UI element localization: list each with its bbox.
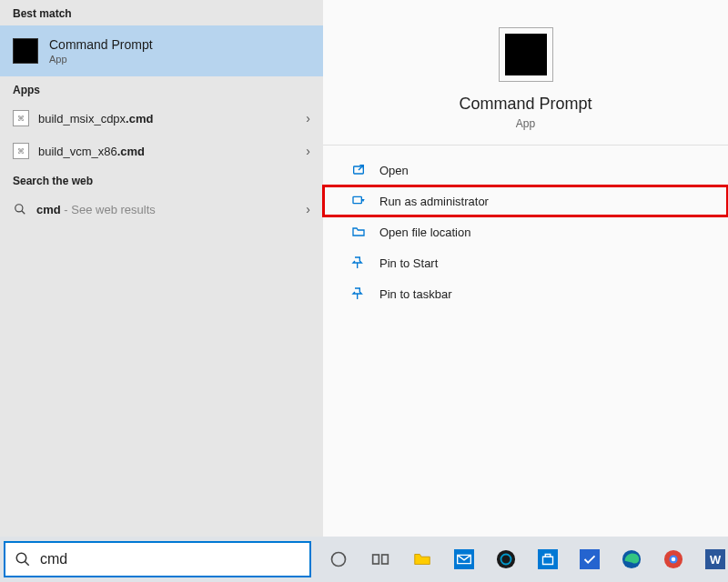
taskbar-search-box[interactable] — [4, 541, 311, 577]
detail-title: Command Prompt — [459, 95, 592, 114]
chevron-right-icon[interactable]: › — [306, 111, 310, 125]
action-label: Pin to Start — [379, 256, 438, 270]
detail-subtitle: App — [516, 117, 535, 130]
action-label: Open file location — [379, 226, 470, 239]
action-run-as-administrator[interactable]: Run as administrator — [323, 186, 728, 216]
folder-icon — [350, 225, 367, 239]
best-match-subtitle: App — [49, 54, 153, 65]
svg-point-7 — [16, 553, 26, 563]
word-icon[interactable]: W — [703, 547, 728, 572]
cortana-icon[interactable] — [326, 547, 351, 572]
taskbar-icons: W — [315, 547, 728, 572]
search-icon — [15, 551, 31, 567]
admin-icon — [350, 194, 367, 208]
pin-start-icon — [350, 256, 367, 270]
action-open-file-location[interactable]: Open file location — [323, 216, 728, 247]
cmd-file-icon: ⌘ — [13, 110, 29, 126]
svg-point-0 — [15, 205, 23, 212]
action-label: Pin to taskbar — [379, 287, 452, 301]
web-header: Search the web — [0, 167, 323, 193]
edge-icon[interactable] — [619, 547, 644, 572]
pin-taskbar-icon — [350, 286, 367, 301]
svg-rect-15 — [538, 549, 558, 569]
taskbar: W — [0, 537, 728, 582]
todo-icon[interactable] — [577, 547, 602, 572]
web-hint: - See web results — [61, 203, 156, 216]
svg-line-1 — [22, 211, 25, 215]
svg-rect-11 — [382, 555, 389, 564]
results-column: Best match Command Prompt App Apps ⌘ bui… — [0, 0, 323, 537]
taskbar-search-input[interactable] — [40, 551, 300, 567]
file-explorer-icon[interactable] — [410, 547, 435, 572]
svg-line-8 — [25, 561, 29, 566]
store-icon[interactable] — [535, 547, 561, 572]
search-icon — [13, 202, 27, 216]
web-result[interactable]: cmd - See web results › — [0, 193, 323, 226]
svg-point-13 — [497, 550, 515, 568]
app-result-0[interactable]: ⌘ build_msix_cdpx.cmd › — [0, 102, 323, 135]
detail-header: Command Prompt App — [323, 0, 728, 146]
start-search-panel: Best match Command Prompt App Apps ⌘ bui… — [0, 0, 728, 537]
app-result-1[interactable]: ⌘ build_vcm_x86.cmd › — [0, 135, 323, 167]
svg-rect-16 — [580, 549, 600, 569]
apps-header: Apps — [0, 76, 323, 102]
action-pin-to-start[interactable]: Pin to Start — [323, 247, 728, 278]
task-view-icon[interactable] — [368, 547, 393, 572]
svg-text:W: W — [710, 553, 722, 567]
action-pin-to-taskbar[interactable]: Pin to taskbar — [323, 278, 728, 309]
svg-point-9 — [332, 553, 346, 567]
svg-rect-4 — [353, 196, 361, 203]
chevron-right-icon[interactable]: › — [306, 144, 310, 158]
mail-icon[interactable] — [451, 547, 477, 572]
svg-rect-10 — [373, 555, 379, 564]
app-result-label: build_msix_cdpx.cmd — [38, 112, 153, 125]
command-prompt-icon — [13, 38, 38, 64]
action-label: Open — [379, 164, 409, 177]
best-match-header: Best match — [0, 0, 323, 25]
cmd-file-icon: ⌘ — [13, 143, 29, 159]
web-query: cmd — [36, 203, 61, 216]
chevron-right-icon[interactable]: › — [306, 202, 310, 216]
dell-icon[interactable] — [493, 547, 519, 572]
svg-point-20 — [672, 557, 676, 562]
best-match-title: Command Prompt — [49, 37, 153, 52]
chrome-icon[interactable] — [661, 547, 686, 572]
best-match-item[interactable]: Command Prompt App — [0, 25, 323, 76]
app-result-label: build_vcm_x86.cmd — [38, 145, 145, 158]
detail-column: Command Prompt App Open Run as administr… — [323, 0, 728, 537]
action-list: Open Run as administrator Open file loca… — [323, 146, 728, 318]
action-open[interactable]: Open — [323, 155, 728, 186]
detail-app-icon — [499, 27, 553, 82]
action-label: Run as administrator — [379, 195, 489, 208]
open-icon — [350, 163, 367, 177]
